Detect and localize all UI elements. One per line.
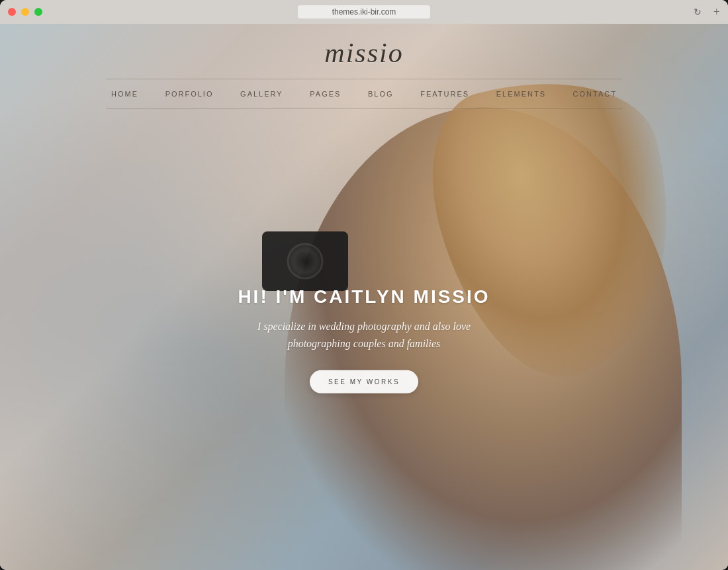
maximize-button[interactable] <box>34 8 42 16</box>
hero-title: HI! I'M CAITLYN MISSIO <box>232 286 496 307</box>
site-logo: missio <box>324 37 403 69</box>
nav-item-contact[interactable]: CONTACT <box>568 87 622 101</box>
refresh-icon[interactable]: ↻ <box>694 7 702 18</box>
url-bar[interactable]: themes.iki-bir.com <box>298 5 430 19</box>
close-button[interactable] <box>8 8 16 16</box>
see-works-button[interactable]: SEE MY WORKS <box>310 370 418 393</box>
site-nav: HOME PORFOLIO GALLERY PAGES BLOG FEATURE… <box>106 79 622 108</box>
site-wrapper: missio HOME PORFOLIO GALLERY PAGES BLOG … <box>0 24 728 570</box>
hero-content: HI! I'M CAITLYN MISSIO I specialize in w… <box>232 286 496 393</box>
mac-window: themes.iki-bir.com ↻ + missio HOME PORFO… <box>0 0 728 570</box>
nav-item-blog[interactable]: BLOG <box>363 87 399 101</box>
nav-item-home[interactable]: HOME <box>106 87 144 101</box>
titlebar: themes.iki-bir.com ↻ + <box>0 0 728 24</box>
camera-element <box>262 231 348 291</box>
site-header: missio HOME PORFOLIO GALLERY PAGES BLOG … <box>0 24 728 109</box>
window-controls <box>8 8 42 16</box>
new-tab-button[interactable]: + <box>713 6 720 18</box>
camera-lens <box>287 243 324 279</box>
nav-divider-bottom <box>106 108 622 109</box>
nav-item-gallery[interactable]: GALLERY <box>235 87 289 101</box>
nav-item-elements[interactable]: ELEMENTS <box>491 87 551 101</box>
nav-item-features[interactable]: FEATURES <box>415 87 475 101</box>
hero-subtitle: I specialize in wedding photography and … <box>232 318 496 352</box>
nav-item-portfolio[interactable]: PORFOLIO <box>160 87 219 101</box>
url-text: themes.iki-bir.com <box>332 7 396 17</box>
minimize-button[interactable] <box>21 8 29 16</box>
nav-item-pages[interactable]: PAGES <box>304 87 346 101</box>
